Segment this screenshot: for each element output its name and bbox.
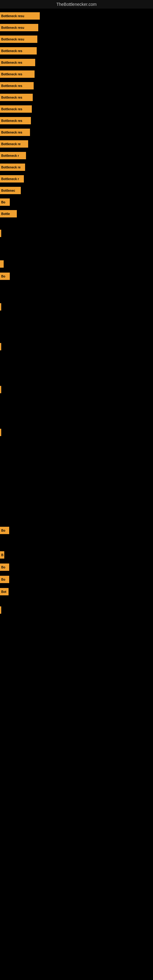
bar-item: Bottleneck r bbox=[0, 152, 26, 159]
bar-label: Bo bbox=[1, 529, 5, 532]
bar-label: Bottleneck res bbox=[1, 131, 22, 134]
bar-label: Bottle bbox=[1, 212, 10, 216]
bar-label: Bo bbox=[1, 200, 5, 204]
bar-label: Bo bbox=[1, 275, 5, 278]
bar-item: Bottleneck resu bbox=[0, 12, 40, 20]
bar-item: Bottleneck r bbox=[0, 175, 24, 183]
bar-item: Bottleneck re bbox=[0, 164, 25, 171]
bar-label: Bottleneck res bbox=[1, 73, 22, 76]
bar-label: Bottleneck re bbox=[1, 166, 21, 169]
bar-label: Bottleneck res bbox=[1, 96, 22, 99]
chart-container: TheBottlenecker.com Bottleneck resuBottl… bbox=[0, 0, 153, 980]
bar-label: Bottleneck resu bbox=[1, 38, 24, 41]
bar-item: Bottle bbox=[0, 210, 17, 218]
bar-item: Bottleneck res bbox=[0, 117, 31, 124]
bar-item: Bo bbox=[0, 563, 9, 571]
bar-item: Bottleneck res bbox=[0, 59, 35, 66]
bar-item bbox=[0, 260, 4, 268]
bar-item: Bottleneck re bbox=[0, 140, 28, 148]
bar-label: Bottleneck r bbox=[1, 154, 19, 158]
bar-item: Bottleneck res bbox=[0, 47, 37, 54]
bar-label: Bottleneck res bbox=[1, 119, 22, 123]
bar-item: Bottleneck res bbox=[0, 82, 33, 89]
bar-item: Bo bbox=[0, 527, 9, 534]
bar-label: Bottleneck res bbox=[1, 61, 22, 64]
bar-item bbox=[0, 343, 1, 350]
bar-item: Bottleneck res bbox=[0, 105, 32, 113]
site-title: TheBottlenecker.com bbox=[0, 0, 153, 9]
bar-label: Bo bbox=[1, 578, 5, 581]
bar-label: B bbox=[1, 554, 3, 557]
bar-item bbox=[0, 386, 1, 393]
bar-label: Bo bbox=[1, 566, 5, 569]
bar-label: Bottleneck re bbox=[1, 142, 21, 146]
bar-label: Bottleneck r bbox=[1, 177, 19, 181]
bar-item: B bbox=[0, 551, 4, 558]
bar-item: Bo bbox=[0, 576, 9, 583]
bar-label: Bottleneck res bbox=[1, 108, 22, 111]
bar-item: Bot bbox=[0, 588, 9, 595]
bar-label: Bottlenec bbox=[1, 189, 15, 192]
bar-item bbox=[0, 606, 1, 614]
bar-label: Bottleneck resu bbox=[1, 26, 24, 29]
bar-item: Bottleneck res bbox=[0, 70, 35, 78]
bar-label: Bottleneck resu bbox=[1, 14, 24, 18]
bar-label: Bottleneck res bbox=[1, 84, 22, 88]
bar-label: Bottleneck res bbox=[1, 49, 22, 52]
bar-item: Bottleneck resu bbox=[0, 35, 37, 43]
bar-item bbox=[0, 230, 1, 237]
bar-item bbox=[0, 429, 1, 436]
bar-item: Bottleneck res bbox=[0, 129, 30, 136]
bar-item: Bottleneck res bbox=[0, 94, 33, 101]
bar-item: Bottlenec bbox=[0, 187, 21, 194]
bar-item: Bottleneck resu bbox=[0, 24, 38, 31]
bar-item bbox=[0, 303, 1, 310]
bar-item: Bo bbox=[0, 272, 10, 280]
bar-item: Bo bbox=[0, 199, 10, 206]
bar-label: Bot bbox=[1, 590, 6, 593]
